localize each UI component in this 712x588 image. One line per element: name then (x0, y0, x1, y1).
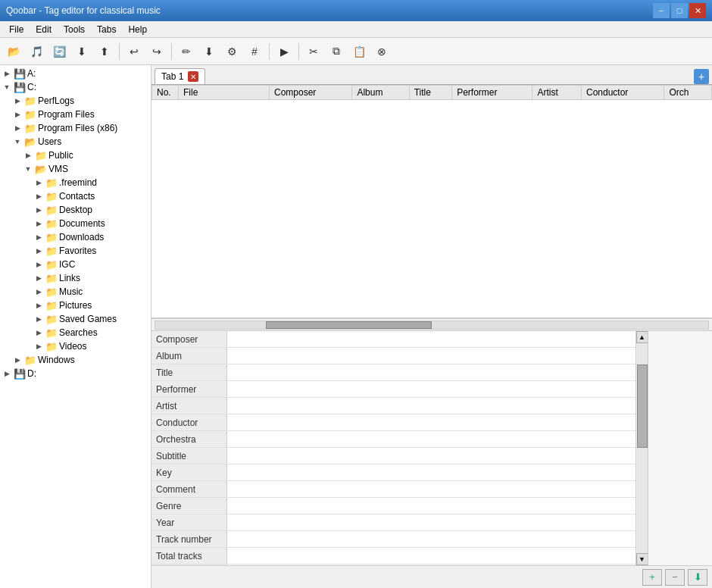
tree-item-windows[interactable]: 📁 Windows (2, 353, 149, 367)
tag-input-title[interactable] (227, 364, 635, 380)
tag-input-year[interactable] (227, 514, 635, 530)
tree-item-contacts[interactable]: 📁 Contacts (2, 189, 149, 203)
down2-btn[interactable]: ⬇ (198, 41, 220, 62)
tree-arrow-windows[interactable] (12, 355, 23, 365)
paste-btn[interactable]: 📋 (348, 41, 370, 62)
tab-add-button[interactable]: + (694, 69, 709, 84)
tree-arrow-saved-games[interactable] (33, 314, 44, 324)
tree-arrow-public[interactable] (23, 150, 33, 161)
vscroll-down-btn[interactable]: ▼ (636, 553, 648, 565)
tree-item-searches[interactable]: 📁 Searches (2, 326, 149, 339)
tab-1-close[interactable]: ✕ (188, 71, 198, 82)
gen-btn[interactable]: ⚙ (221, 41, 242, 62)
col-header-album[interactable]: Album (352, 86, 409, 100)
tree-arrow-a[interactable] (2, 68, 12, 79)
menu-help[interactable]: Help (122, 23, 153, 36)
tree-item-perflogs[interactable]: 📁 PerfLogs (2, 94, 149, 108)
undo-btn[interactable]: ↩ (123, 41, 145, 62)
tag-download-btn[interactable]: ⬇ (688, 569, 707, 586)
tree-arrow-perflogs[interactable] (12, 95, 23, 106)
tree-arrow-igc[interactable] (33, 259, 44, 270)
tree-item-drive-a[interactable]: 💾 A: (2, 67, 149, 80)
tag-remove-btn[interactable]: − (665, 569, 685, 586)
file-tree-panel[interactable]: 💾 A: 💾 C: 📁 PerfLogs 📁 Program Files 📁 P… (0, 65, 151, 588)
cut-btn[interactable]: ✂ (303, 41, 324, 62)
tree-item-freemind[interactable]: 📁 .freemind (2, 176, 149, 189)
tag-input-performer[interactable] (227, 381, 635, 397)
tag-input-conductor[interactable] (227, 414, 635, 430)
play-btn[interactable]: ▶ (273, 41, 295, 62)
tree-item-vms[interactable]: 📂 VMS (2, 162, 149, 176)
tree-arrow-contacts[interactable] (33, 191, 44, 202)
tree-arrow-c[interactable] (2, 82, 12, 92)
tree-item-videos[interactable]: 📁 Videos (2, 339, 149, 353)
vscroll-up-btn[interactable]: ▲ (636, 331, 648, 343)
col-header-no[interactable]: No. (152, 86, 179, 100)
hscroll-track[interactable] (155, 321, 709, 330)
tab-1[interactable]: Tab 1 ✕ (155, 68, 205, 84)
tree-arrow-desktop[interactable] (33, 205, 44, 215)
copy-btn[interactable]: ⧉ (326, 41, 347, 62)
tree-arrow-pfx86[interactable] (12, 123, 23, 133)
tree-item-public[interactable]: 📁 Public (2, 149, 149, 162)
tree-item-saved-games[interactable]: 📁 Saved Games (2, 312, 149, 326)
col-header-artist[interactable]: Artist (532, 86, 582, 100)
close-button[interactable]: ✕ (689, 3, 706, 18)
tag-input-artist[interactable] (227, 398, 635, 414)
tree-item-drive-d[interactable]: 💾 D: (2, 367, 149, 380)
tag-input-album[interactable] (227, 348, 635, 364)
tag-add-btn[interactable]: + (642, 569, 662, 586)
renumber-btn[interactable]: # (244, 41, 265, 62)
tree-arrow-users[interactable] (12, 136, 23, 147)
tree-arrow-vms[interactable] (23, 164, 33, 174)
col-header-file[interactable]: File (179, 86, 270, 100)
col-header-title[interactable]: Title (409, 86, 451, 100)
tree-arrow-searches[interactable] (33, 327, 44, 338)
tree-item-documents[interactable]: 📁 Documents (2, 217, 149, 230)
tree-arrow-pictures[interactable] (33, 300, 44, 311)
open-file-btn[interactable]: 🎵 (26, 41, 47, 62)
open-folder-btn[interactable]: 📂 (3, 41, 24, 62)
file-table-container[interactable]: No. File Composer Album Title Performer … (151, 85, 712, 318)
tree-arrow-downloads[interactable] (33, 232, 44, 242)
tree-item-program-files-x86[interactable]: 📁 Program Files (x86) (2, 121, 149, 135)
tree-item-downloads[interactable]: 📁 Downloads (2, 230, 149, 244)
redo-btn[interactable]: ↪ (146, 41, 167, 62)
menu-edit[interactable]: Edit (30, 23, 58, 36)
tree-item-drive-c[interactable]: 💾 C: (2, 80, 149, 94)
tree-arrow-freemind[interactable] (33, 177, 44, 188)
menu-tools[interactable]: Tools (58, 23, 91, 36)
col-header-orch[interactable]: Orch (664, 86, 712, 100)
tree-arrow-favorites[interactable] (33, 246, 44, 256)
tag-vscrollbar[interactable]: ▲ ▼ (635, 331, 648, 565)
tag-input-total-tracks[interactable] (227, 548, 635, 564)
clear-btn[interactable]: ⊗ (371, 41, 392, 62)
download-btn[interactable]: ⬇ (71, 41, 92, 62)
menu-tabs[interactable]: Tabs (91, 23, 122, 36)
tree-item-program-files[interactable]: 📁 Program Files (2, 108, 149, 121)
tag-input-subtitle[interactable] (227, 448, 635, 464)
tag-input-composer[interactable] (227, 331, 635, 347)
tag-input-comment[interactable] (227, 481, 635, 497)
tag-input-genre[interactable] (227, 498, 635, 514)
col-header-performer[interactable]: Performer (452, 86, 532, 100)
tag-input-track-number[interactable] (227, 531, 635, 547)
vscroll-track[interactable] (637, 343, 648, 553)
tree-arrow-d[interactable] (2, 368, 12, 379)
menu-file[interactable]: File (3, 23, 30, 36)
refresh-btn[interactable]: 🔄 (48, 41, 70, 62)
tag-input-key[interactable] (227, 464, 635, 480)
tree-item-favorites[interactable]: 📁 Favorites (2, 244, 149, 258)
tree-item-links[interactable]: 📁 Links (2, 271, 149, 285)
tree-item-igc[interactable]: 📁 IGC (2, 258, 149, 271)
tag-input-orchestra[interactable] (227, 431, 635, 447)
tree-item-music[interactable]: 📁 Music (2, 285, 149, 299)
col-header-composer[interactable]: Composer (270, 86, 352, 100)
vscroll-thumb[interactable] (637, 364, 648, 449)
editor-btn[interactable]: ✏ (176, 41, 197, 62)
tree-arrow-videos[interactable] (33, 341, 44, 352)
tree-arrow-pf[interactable] (12, 109, 23, 120)
tree-arrow-music[interactable] (33, 286, 44, 297)
hscroll-bar[interactable] (151, 318, 712, 330)
minimize-button[interactable]: − (653, 3, 670, 18)
